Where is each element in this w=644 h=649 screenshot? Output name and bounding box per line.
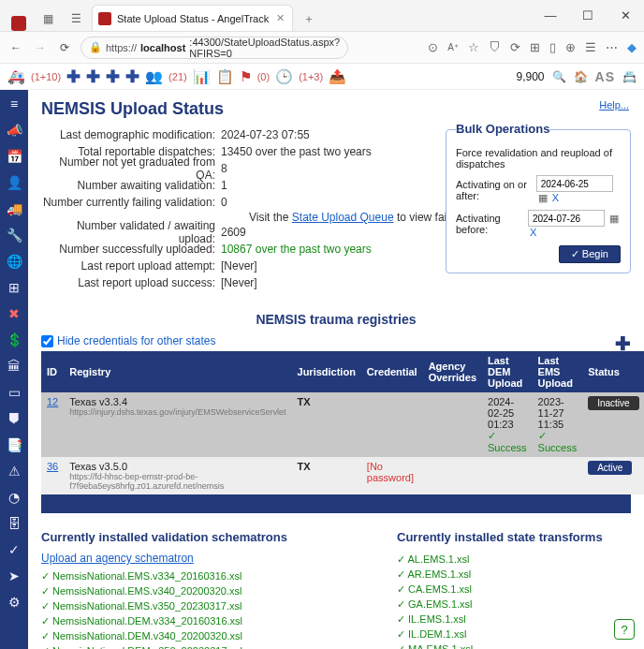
bulk-operations-panel: Bulk Operations Force revalidation and r… bbox=[446, 122, 631, 273]
sb-calendar-icon[interactable]: 📅 bbox=[6, 148, 22, 165]
sb-truck-icon[interactable]: 🚚 bbox=[6, 200, 22, 217]
sb-menu-icon[interactable]: ≡ bbox=[6, 96, 22, 112]
forward-button: → bbox=[32, 41, 49, 54]
search2-icon[interactable]: 🔍 bbox=[552, 70, 566, 83]
registry-id-link[interactable]: 12 bbox=[47, 396, 58, 407]
address-bar[interactable]: 🔒 https://localhost:44300/StateUploadSta… bbox=[80, 37, 348, 59]
crew-icon[interactable]: 👥 bbox=[145, 68, 163, 85]
sb-tools-icon[interactable]: ✖ bbox=[6, 305, 22, 322]
app-favicon bbox=[11, 16, 26, 31]
extensions-icon[interactable]: ⊞ bbox=[530, 40, 540, 54]
list-item: AL.EMS.1.xsl bbox=[397, 552, 631, 567]
sb-shield2-icon[interactable]: ⛊ bbox=[6, 410, 22, 427]
state-upload-queue-link[interactable]: State Upload Queue bbox=[292, 211, 394, 224]
home-icon[interactable]: 🏠 bbox=[574, 70, 588, 83]
sync-icon[interactable]: ⟳ bbox=[510, 40, 520, 54]
back-button[interactable]: ← bbox=[7, 41, 24, 54]
window-titlebar: ▦ ☰ State Upload Status - AngelTrack ✕ ＋… bbox=[0, 0, 644, 32]
more-icon[interactable]: ⋯ bbox=[606, 40, 618, 54]
clipboard-icon[interactable]: 📋 bbox=[216, 68, 234, 85]
list-item: IL.DEM.1.xsl bbox=[397, 627, 631, 642]
sb-bank-icon[interactable]: 🏛 bbox=[6, 358, 22, 375]
profile-icon[interactable]: ☰ bbox=[585, 40, 596, 54]
sb-clip-icon[interactable]: 📑 bbox=[6, 436, 22, 453]
list-item: NemsisNational.EMS.v350_20230317.xsl bbox=[41, 598, 369, 613]
sb-doc-icon[interactable]: ▭ bbox=[6, 384, 22, 401]
list-item: CA.EMS.1.xsl bbox=[397, 582, 631, 597]
copilot-icon[interactable]: ◆ bbox=[627, 40, 637, 54]
dispatch-count: (1+10) bbox=[31, 71, 61, 82]
clear-on-after[interactable]: X bbox=[552, 192, 559, 203]
add1-icon[interactable]: ✚ bbox=[66, 66, 80, 87]
list-item: MA.EMS.1.xsl bbox=[397, 642, 631, 649]
add4-icon[interactable]: ✚ bbox=[125, 66, 139, 87]
shield-icon[interactable]: ⛉ bbox=[489, 40, 501, 54]
schematron-list: NemsisNational.EMS.v334_20160316.xslNems… bbox=[41, 568, 369, 649]
table-row[interactable]: 36Texas v3.5.0https://fd-hhsc-bep-emstr-… bbox=[41, 457, 644, 494]
hide-credentials-input[interactable] bbox=[41, 335, 53, 347]
crew-count: (21) bbox=[168, 71, 187, 82]
roster-icon[interactable]: 📇 bbox=[622, 70, 637, 83]
tab-workspace-icon[interactable]: ▦ bbox=[36, 7, 60, 31]
window-maximize[interactable]: ☐ bbox=[569, 2, 607, 30]
sb-user-icon[interactable]: 👤 bbox=[6, 174, 22, 191]
sb-gear-icon[interactable]: ⚙ bbox=[6, 594, 22, 611]
clear-before[interactable]: X bbox=[530, 227, 536, 238]
clock-icon[interactable]: 🕒 bbox=[275, 68, 293, 85]
as-label[interactable]: AS bbox=[595, 69, 615, 84]
browser-tab[interactable]: State Upload Status - AngelTrack ✕ bbox=[92, 5, 293, 31]
list-item: NemsisNational.EMS.v340_20200320.xsl bbox=[41, 583, 369, 598]
on-after-input[interactable] bbox=[536, 175, 613, 192]
sb-money-icon[interactable]: 💲 bbox=[6, 332, 22, 348]
add-registry-button[interactable]: ✚ bbox=[615, 332, 631, 355]
upload-schematron-link[interactable]: Upload an agency schematron bbox=[41, 552, 369, 565]
calendar2-icon[interactable]: ▦ bbox=[609, 213, 619, 224]
table-footer-bar bbox=[41, 494, 631, 513]
table-row[interactable]: 12Texas v3.3.4https://injury.dshs.texas.… bbox=[41, 392, 644, 457]
help-link[interactable]: Help... bbox=[599, 99, 629, 111]
chart-icon[interactable]: 📊 bbox=[193, 68, 211, 85]
before-label: Activating before: bbox=[456, 213, 528, 235]
transforms-heading: Currently installed state transforms bbox=[397, 530, 631, 544]
refresh-button[interactable]: ⟳ bbox=[56, 41, 73, 54]
begin-button[interactable]: ✓ Begin bbox=[559, 245, 621, 263]
window-close[interactable]: ✕ bbox=[607, 2, 644, 30]
text-size-icon[interactable]: A⁺ bbox=[447, 42, 459, 52]
add3-icon[interactable]: ✚ bbox=[106, 66, 120, 87]
help-fab[interactable]: ? bbox=[614, 619, 635, 640]
before-input[interactable] bbox=[528, 210, 605, 227]
favorite-icon[interactable]: ☆ bbox=[468, 40, 479, 54]
hide-credentials-checkbox[interactable]: Hide credentials for other states bbox=[41, 334, 631, 347]
registries-heading: NEMSIS trauma registries bbox=[41, 312, 631, 327]
sb-mark-icon[interactable]: ✓ bbox=[6, 541, 22, 558]
list-item: NemsisNational.DEM.v340_20200320.xsl bbox=[41, 628, 369, 643]
calendar-icon[interactable]: ▦ bbox=[538, 192, 548, 203]
search-icon[interactable]: ⊙ bbox=[428, 40, 438, 54]
schematrons-heading: Currently installed validation schematro… bbox=[41, 530, 369, 544]
bulk-desc: Force revalidation and reupload of dispa… bbox=[456, 147, 621, 170]
sb-db-icon[interactable]: 🗄 bbox=[6, 515, 22, 532]
new-tab-button[interactable]: ＋ bbox=[297, 7, 321, 31]
sb-send-icon[interactable]: ➤ bbox=[6, 568, 22, 584]
page-title: NEMSIS Upload Status bbox=[41, 99, 631, 119]
window-minimize[interactable]: — bbox=[532, 2, 569, 30]
registry-id-link[interactable]: 36 bbox=[47, 461, 58, 472]
sb-globe-icon[interactable]: 🌐 bbox=[6, 253, 22, 270]
sb-megaphone-icon[interactable]: 📣 bbox=[6, 122, 22, 139]
tab-list-icon[interactable]: ☰ bbox=[64, 7, 88, 31]
sb-wrench-icon[interactable]: 🔧 bbox=[6, 227, 22, 243]
sb-hospital-icon[interactable]: ⊞ bbox=[6, 279, 22, 296]
sb-warn-icon[interactable]: ⚠ bbox=[6, 463, 22, 479]
sb-pie-icon[interactable]: ◔ bbox=[6, 489, 22, 506]
downloads-icon[interactable]: ⊕ bbox=[565, 40, 576, 54]
points-value: 9,900 bbox=[517, 70, 545, 83]
list-item: NemsisNational.DEM.v350_20230317.xsl bbox=[41, 643, 369, 649]
exit-icon[interactable]: 📤 bbox=[329, 68, 346, 85]
dispatch-icon[interactable]: 🚑 bbox=[7, 68, 25, 85]
registries-table: ID Registry Jurisdiction Credential Agen… bbox=[41, 351, 644, 494]
add2-icon[interactable]: ✚ bbox=[86, 66, 100, 87]
list-item: GA.EMS.1.xsl bbox=[397, 597, 631, 612]
collections-icon[interactable]: ▯ bbox=[549, 40, 556, 54]
close-tab-icon[interactable]: ✕ bbox=[274, 12, 286, 24]
flag-icon[interactable]: ⚑ bbox=[240, 68, 252, 85]
